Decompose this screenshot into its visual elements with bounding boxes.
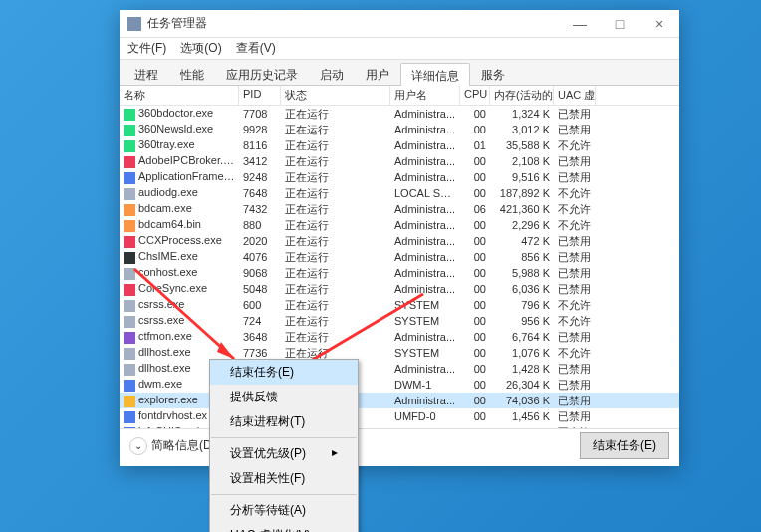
table-row[interactable]: csrss.exe724正在运行SYSTEM00956 K不允许 <box>120 313 679 329</box>
process-icon <box>124 332 135 344</box>
tabs: 进程 性能 应用历史记录 启动 用户 详细信息 服务 <box>120 60 679 86</box>
ctx-end-task[interactable]: 结束任务(E) <box>210 360 358 385</box>
process-icon <box>124 396 135 407</box>
col-cpu[interactable]: CPU <box>460 86 490 105</box>
process-icon <box>124 268 135 280</box>
table-row[interactable]: 360tray.exe8116正在运行Administra...0135,588… <box>120 137 679 153</box>
process-icon <box>124 109 135 121</box>
process-icon <box>124 204 135 216</box>
process-icon <box>124 236 135 248</box>
tab-services[interactable]: 服务 <box>470 62 516 85</box>
close-button[interactable]: × <box>639 10 679 38</box>
process-icon <box>124 300 135 312</box>
menu-options[interactable]: 选项(O) <box>180 40 221 57</box>
table-row[interactable]: audiodg.exe7648正在运行LOCAL SER...00187,892… <box>120 185 679 201</box>
process-icon <box>124 364 135 376</box>
col-pid[interactable]: PID <box>239 86 281 105</box>
process-icon <box>124 188 135 200</box>
tab-users[interactable]: 用户 <box>355 62 400 85</box>
table-row[interactable]: conhost.exe9068正在运行Administra...005,988 … <box>120 265 679 281</box>
process-icon <box>124 140 135 152</box>
titlebar[interactable]: 任务管理器 — □ × <box>120 10 679 38</box>
ctx-feedback[interactable]: 提供反馈 <box>210 385 358 409</box>
process-icon <box>124 348 135 360</box>
process-icon <box>124 125 135 136</box>
table-row[interactable]: CoreSync.exe5048正在运行Administra...006,036… <box>120 281 679 297</box>
table-row[interactable]: ctfmon.exe3648正在运行Administra...006,764 K… <box>120 329 679 345</box>
process-icon <box>124 316 135 328</box>
maximize-button[interactable]: □ <box>600 10 639 38</box>
col-status[interactable]: 状态 <box>281 86 390 105</box>
footer: ⌄ 简略信息(D) 结束任务(E) <box>120 428 679 462</box>
minimize-button[interactable]: — <box>560 10 600 38</box>
process-icon <box>124 427 135 428</box>
tab-history[interactable]: 应用历史记录 <box>215 62 309 85</box>
end-task-button[interactable]: 结束任务(E) <box>580 432 669 459</box>
window-title: 任务管理器 <box>147 15 207 32</box>
ctx-uac-virt[interactable]: UAC 虚拟化(V) <box>210 523 358 532</box>
table-row[interactable]: dllhost.exe9872正在运行Administra...001,428 … <box>120 361 679 377</box>
process-icon <box>124 411 135 423</box>
tab-processes[interactable]: 进程 <box>124 62 169 85</box>
table-row[interactable]: ApplicationFrameH...9248正在运行Administra..… <box>120 169 679 185</box>
menu-view[interactable]: 查看(V) <box>236 40 276 57</box>
tab-details[interactable]: 详细信息 <box>400 63 470 86</box>
process-icon <box>124 284 135 296</box>
task-manager-window: 任务管理器 — □ × 文件(F) 选项(O) 查看(V) 进程 性能 应用历史… <box>120 10 679 466</box>
process-icon <box>124 172 135 184</box>
context-menu: 结束任务(E) 提供反馈 结束进程树(T) 设置优先级(P)▸ 设置相关性(F)… <box>209 359 359 532</box>
process-list[interactable]: 360bdoctor.exe7708正在运行Administra...001,3… <box>120 106 679 428</box>
col-mem[interactable]: 内存(活动的... <box>490 86 554 105</box>
table-row[interactable]: AdobeIPCBroker.exe3412正在运行Administra...0… <box>120 153 679 169</box>
ctx-analyze-wait[interactable]: 分析等待链(A) <box>210 498 358 523</box>
chevron-down-icon: ⌄ <box>129 437 147 455</box>
menu-file[interactable]: 文件(F) <box>127 40 166 57</box>
menubar: 文件(F) 选项(O) 查看(V) <box>120 38 679 60</box>
table-row[interactable]: bdcam64.bin880正在运行Administra...002,296 K… <box>120 217 679 233</box>
column-headers[interactable]: 名称 PID 状态 用户名 CPU 内存(活动的... UAC 虚拟化 <box>120 86 679 106</box>
process-icon <box>124 252 135 264</box>
ctx-end-tree[interactable]: 结束进程树(T) <box>210 409 358 434</box>
table-row[interactable]: dwm.exe1076正在运行DWM-10026,304 K已禁用 <box>120 377 679 393</box>
table-row[interactable]: igfxCUIServiceSYSTEM001,152 K不允许 <box>120 424 679 428</box>
brief-info-button[interactable]: ⌄ 简略信息(D) <box>129 437 216 455</box>
process-icon <box>124 220 135 232</box>
separator <box>211 437 357 438</box>
col-name[interactable]: 名称 <box>120 86 239 105</box>
table-row[interactable]: csrss.exe600正在运行SYSTEM00796 K不允许 <box>120 297 679 313</box>
process-icon <box>124 156 135 168</box>
table-row[interactable]: 360bdoctor.exe7708正在运行Administra...001,3… <box>120 106 679 122</box>
col-user[interactable]: 用户名 <box>390 86 460 105</box>
table-row[interactable]: bdcam.exe7432正在运行Administra...06421,360 … <box>120 201 679 217</box>
tab-startup[interactable]: 启动 <box>309 62 355 85</box>
table-row[interactable]: explorer.exe4256正在运行Administra...0074,03… <box>120 393 679 408</box>
separator <box>211 494 357 495</box>
app-icon <box>127 17 141 31</box>
table-row[interactable]: dllhost.exe7736正在运行SYSTEM001,076 K不允许 <box>120 345 679 361</box>
tab-performance[interactable]: 性能 <box>169 62 215 85</box>
table-row[interactable]: 360Newsld.exe9928正在运行Administra...003,01… <box>120 122 679 137</box>
process-icon <box>124 380 135 392</box>
table-row[interactable]: fontdrvhost.exUMFD-0001,456 K已禁用 <box>120 408 679 424</box>
table-row[interactable]: ChsIME.exe4076正在运行Administra...00856 K已禁… <box>120 249 679 265</box>
ctx-priority[interactable]: 设置优先级(P)▸ <box>210 441 358 466</box>
ctx-affinity[interactable]: 设置相关性(F) <box>210 466 358 491</box>
col-uac[interactable]: UAC 虚拟化 <box>554 86 596 105</box>
table-row[interactable]: CCXProcess.exe2020正在运行Administra...00472… <box>120 233 679 249</box>
